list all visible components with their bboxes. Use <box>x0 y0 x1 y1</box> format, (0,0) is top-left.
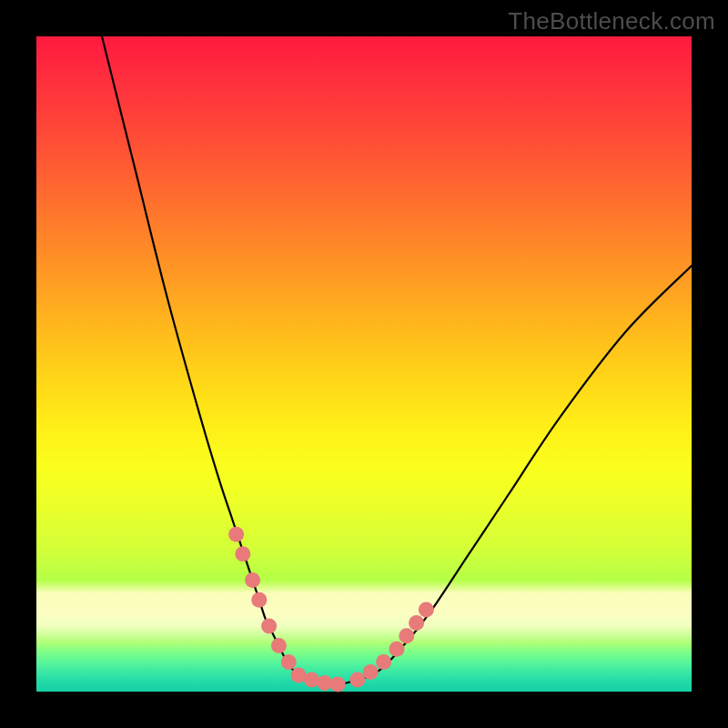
highlight-dot <box>281 654 297 670</box>
highlight-dot <box>419 602 434 618</box>
highlight-dot <box>317 675 332 691</box>
watermark-text: TheBottleneck.com <box>508 7 715 35</box>
bottleneck-curve <box>102 36 692 685</box>
highlight-dot <box>291 668 307 683</box>
highlight-dot <box>349 672 365 688</box>
highlight-dot <box>389 642 405 657</box>
highlight-dots <box>228 527 434 693</box>
highlight-dot <box>261 619 277 634</box>
highlight-dot <box>399 628 414 643</box>
highlight-dot <box>304 672 319 688</box>
highlight-dot <box>330 677 346 693</box>
chart-frame: TheBottleneck.com <box>0 0 728 728</box>
highlight-dot <box>376 654 391 670</box>
plot-area <box>36 36 692 692</box>
highlight-dot <box>251 592 267 608</box>
highlight-dot <box>409 615 424 631</box>
highlight-dot <box>235 546 250 561</box>
highlight-dot <box>245 572 260 588</box>
highlight-dot <box>363 664 379 680</box>
highlight-dot <box>271 638 287 653</box>
curve-svg <box>36 36 692 692</box>
highlight-dot <box>228 527 244 542</box>
